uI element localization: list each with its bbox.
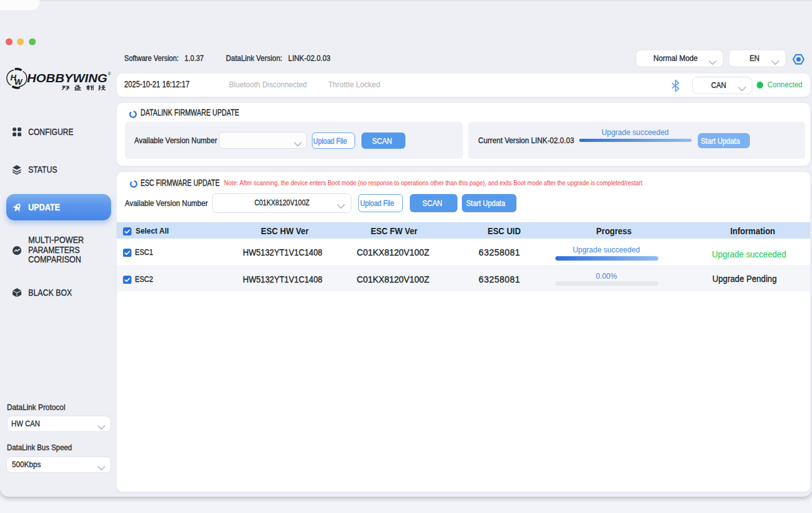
- svg-text:W: W: [14, 77, 23, 87]
- svg-text:®: ®: [108, 72, 111, 76]
- svg-text:HOBBYWING: HOBBYWING: [27, 72, 107, 85]
